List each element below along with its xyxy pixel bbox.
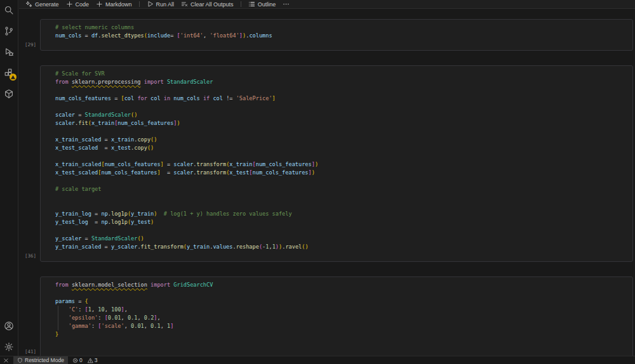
activity-bar: [0, 0, 18, 356]
toolbar-button-code[interactable]: Code: [66, 1, 90, 8]
run-debug-icon: [4, 47, 14, 57]
toolbar-button-ellipsis-icon[interactable]: [283, 1, 290, 8]
run-all-icon: [147, 1, 154, 8]
code-line: x_train_scaled[num_cols_features] = scal…: [55, 160, 632, 169]
toolbar-button-generate[interactable]: Generate: [25, 1, 59, 8]
code-line: y_test_log = np.log1p(y_test): [55, 218, 632, 226]
code-line: }: [55, 330, 632, 339]
code-line: [55, 127, 632, 136]
cell-code-editor[interactable]: from sklearn.model_selection import Grid…: [55, 281, 632, 347]
toolbar-divider: [139, 1, 140, 7]
code-line: scaler.fit(x_train[num_cols_features]): [55, 119, 632, 127]
toolbar-button-label: Outline: [258, 1, 276, 8]
code-line: # Scale for SVR: [55, 70, 632, 78]
code-line: y_train_log = np.log1p(y_train) # log(1 …: [55, 210, 632, 218]
toolbar-divider: [241, 1, 241, 7]
restricted-mode-label: Restricted Mode: [25, 357, 64, 363]
code-line: 'gamma': ['scale', 0.01, 0.1, 1]: [55, 322, 632, 330]
remote-indicator[interactable]: [3, 356, 9, 364]
code-line: 'C': [1, 10, 100],: [55, 306, 632, 314]
code-line: num_cols_features = [col for col in num_…: [55, 94, 632, 103]
code-line: [55, 202, 632, 210]
account-icon: [4, 321, 14, 331]
execution-count: [36]: [25, 253, 36, 259]
code-line: [55, 103, 632, 111]
code-line: 'epsilon': [0.01, 0.1, 0.2],: [55, 314, 632, 322]
code-line: [55, 226, 632, 235]
toolbar-button-run-all[interactable]: Run All: [147, 1, 175, 8]
shield-icon: [17, 358, 23, 363]
error-icon: [72, 358, 78, 363]
sparkle-icon: [25, 1, 32, 8]
code-line: [55, 339, 632, 347]
code-line: scaler = StandardScaler(): [55, 111, 632, 119]
activity-item-run-debug[interactable]: [4, 47, 14, 57]
code-line: from sklearn.model_selection import Grid…: [55, 281, 632, 289]
cell-code-editor[interactable]: # Scale for SVRfrom sklearn.preprocessin…: [55, 70, 632, 251]
notebook-cell-3[interactable]: [41]from sklearn.model_selection import …: [40, 276, 633, 356]
code-line: x_test_scaled[num_cols_features] = scale…: [55, 169, 632, 177]
problems-button[interactable]: 0 3: [72, 356, 97, 364]
ellipsis-icon: [283, 1, 290, 8]
activity-item-source-control[interactable]: [4, 26, 14, 36]
toolbar-button-markdown[interactable]: Markdown: [96, 1, 132, 8]
outline-icon: [248, 1, 255, 8]
notebook-toolbar: GenerateCodeMarkdownRun AllClear All Out…: [19, 0, 635, 9]
warning-count: 3: [95, 357, 98, 363]
toolbar-button-label: Markdown: [105, 1, 132, 8]
code-line: # scale target: [55, 185, 632, 193]
toolbar-button-label: Generate: [35, 1, 59, 8]
notebook-editor: [29]# select numeric columnsnum_cols = d…: [19, 9, 635, 356]
cell-code-editor[interactable]: # select numeric columnsnum_cols = df.se…: [55, 23, 632, 40]
code-line: [55, 289, 632, 297]
add-icon: [96, 1, 103, 8]
editor-area: GenerateCodeMarkdownRun AllClear All Out…: [19, 0, 635, 356]
code-line: from sklearn.preprocessing import Standa…: [55, 78, 632, 86]
execution-count: [29]: [25, 42, 36, 48]
extensions-warning-badge: [10, 74, 17, 81]
status-bar: Restricted Mode 0 3: [0, 356, 635, 364]
remote-icon: [3, 358, 9, 363]
activity-item-extensions[interactable]: [4, 68, 14, 78]
code-line: [55, 86, 632, 94]
cube-icon: [4, 89, 14, 99]
warning-icon: [88, 358, 93, 363]
code-line: [55, 193, 632, 202]
toolbar-button-outline[interactable]: Outline: [248, 1, 276, 8]
toolbar-button-label: Run All: [156, 1, 175, 8]
code-line: x_train_scaled = x_train.copy(): [55, 136, 632, 144]
clear-all-icon: [181, 1, 188, 8]
source-control-icon: [4, 26, 14, 36]
code-line: x_test_scaled = x_test.copy(): [55, 144, 632, 152]
toolbar-button-label: Clear All Outputs: [190, 1, 234, 8]
code-line: y_scaler = StandardScaler(): [55, 235, 632, 243]
activity-item-cube[interactable]: [4, 89, 14, 99]
activity-item-settings-gear[interactable]: [4, 342, 14, 352]
execution-count: [41]: [25, 349, 36, 354]
activity-item-account[interactable]: [4, 321, 14, 331]
add-icon: [66, 1, 73, 8]
notebook-cell-2[interactable]: [36]# Scale for SVRfrom sklearn.preproce…: [40, 65, 633, 262]
code-line: [55, 177, 632, 185]
vscode-window: GenerateCodeMarkdownRun AllClear All Out…: [0, 0, 635, 364]
settings-gear-icon: [4, 342, 14, 352]
toolbar-button-label: Code: [76, 1, 90, 8]
code-line: [55, 152, 632, 160]
code-line: y_train_scaled = y_scaler.fit_transform(…: [55, 243, 632, 251]
code-line: num_cols = df.select_dtypes(include= ['i…: [55, 32, 632, 40]
code-line: # select numeric columns: [55, 23, 632, 32]
code-line: params = {: [55, 297, 632, 306]
notebook-cell-1[interactable]: [29]# select numeric columnsnum_cols = d…: [40, 19, 633, 51]
search-icon: [4, 5, 14, 15]
restricted-mode-button[interactable]: Restricted Mode: [13, 356, 68, 364]
activity-item-search[interactable]: [4, 5, 14, 15]
error-count: 0: [79, 357, 83, 363]
toolbar-button-clear-all-outputs[interactable]: Clear All Outputs: [181, 1, 234, 8]
